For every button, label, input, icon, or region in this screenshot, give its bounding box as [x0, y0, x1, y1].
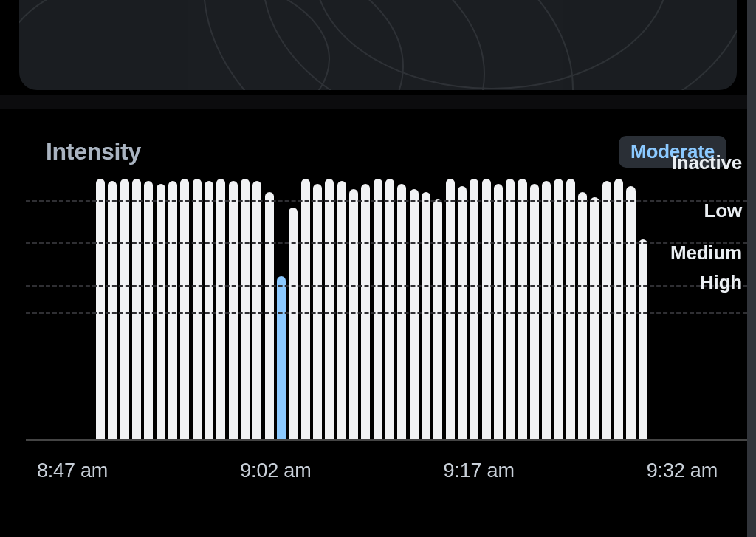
svg-point-1: [19, 0, 403, 90]
intensity-bar[interactable]: [433, 199, 442, 441]
intensity-bar[interactable]: [325, 179, 334, 441]
scrollbar[interactable]: [747, 0, 756, 537]
intensity-bar[interactable]: [349, 189, 358, 441]
intensity-bar[interactable]: [120, 179, 129, 441]
chart-title: Intensity: [46, 138, 141, 165]
y-axis-label: Medium: [670, 242, 742, 264]
intensity-bar[interactable]: [193, 179, 202, 441]
grid-line: [26, 200, 747, 202]
intensity-bar[interactable]: [578, 192, 587, 441]
grid-line: [26, 242, 747, 244]
intensity-bar[interactable]: [216, 179, 225, 441]
svg-point-5: [263, 0, 737, 90]
intensity-bar[interactable]: [265, 192, 274, 441]
intensity-bar[interactable]: [241, 179, 250, 441]
x-axis: 8:47 am9:02 am9:17 am9:32 am: [37, 459, 718, 482]
x-axis-tick: 8:47 am: [37, 459, 108, 482]
y-axis-label: High: [700, 270, 742, 293]
map-hero-card: [19, 0, 737, 90]
y-axis-label: Low: [704, 199, 742, 222]
intensity-bar[interactable]: [385, 179, 394, 441]
intensity-bar[interactable]: [470, 179, 478, 441]
intensity-bar[interactable]: [132, 179, 141, 441]
intensity-bar[interactable]: [374, 179, 382, 441]
x-axis-tick: 9:17 am: [444, 459, 515, 482]
intensity-bar[interactable]: [410, 189, 419, 441]
svg-point-4: [315, 0, 669, 89]
intensity-bars: [96, 176, 647, 441]
intensity-bar[interactable]: [639, 239, 647, 441]
intensity-bar[interactable]: [422, 192, 430, 441]
intensity-bar[interactable]: [626, 186, 635, 441]
intensity-bar[interactable]: [458, 186, 467, 441]
intensity-bar[interactable]: [566, 179, 575, 441]
grid-line: [26, 312, 747, 314]
intensity-bar[interactable]: [96, 179, 105, 441]
y-axis-label: Inactive: [672, 151, 742, 174]
grid-line: [26, 285, 747, 287]
intensity-bar[interactable]: [180, 179, 189, 441]
svg-point-3: [19, 0, 573, 90]
intensity-chart-panel: Intensity Moderate HighMediumLowInactive…: [0, 109, 747, 537]
section-divider: [0, 95, 756, 109]
intensity-bar[interactable]: [482, 179, 491, 441]
intensity-bar[interactable]: [518, 179, 526, 441]
intensity-bar[interactable]: [301, 179, 310, 441]
intensity-bar[interactable]: [277, 276, 286, 441]
contour-decoration-icon: [19, 0, 737, 90]
intensity-bar[interactable]: [590, 197, 599, 441]
x-axis-tick: 9:32 am: [647, 459, 718, 482]
intensity-bar[interactable]: [614, 179, 623, 441]
intensity-bar[interactable]: [554, 179, 563, 441]
x-axis-line: [26, 439, 747, 441]
intensity-bar[interactable]: [446, 179, 455, 441]
x-axis-tick: 9:02 am: [240, 459, 311, 482]
intensity-plot: HighMediumLowInactive: [0, 176, 747, 441]
svg-point-0: [19, 0, 329, 90]
intensity-bar[interactable]: [506, 179, 515, 441]
